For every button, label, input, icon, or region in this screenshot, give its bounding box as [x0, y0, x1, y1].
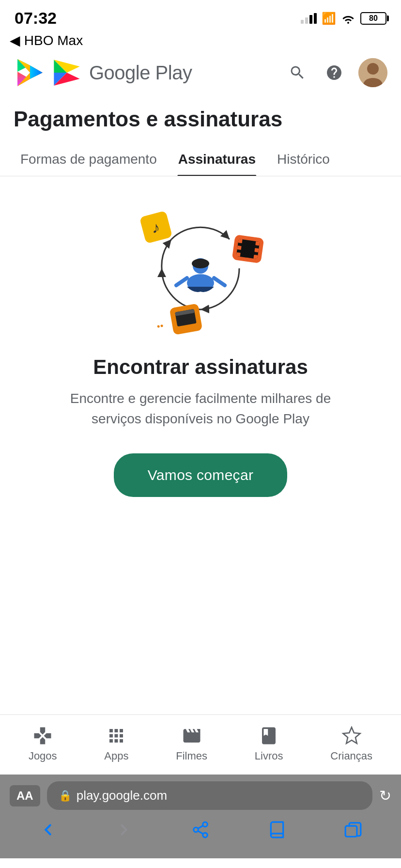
wifi-icon: 📶 [322, 12, 336, 25]
gamepad-icon [32, 726, 53, 746]
battery-icon: 80 [360, 12, 386, 25]
bookmarks-button[interactable] [263, 816, 291, 844]
nav-item-books[interactable]: Livros [245, 724, 293, 764]
help-icon [325, 64, 343, 81]
app-header: Google Play [0, 48, 401, 97]
browser-bar: AA 🔒 play.google.com ↻ [0, 775, 401, 817]
url-bar[interactable]: 🔒 play.google.com [47, 781, 372, 810]
nav-label-kids: Crianças [330, 750, 372, 762]
wifi-icon [341, 13, 355, 24]
bookmarks-icon [268, 821, 286, 839]
tab-payment[interactable]: Formas de pagamento [10, 142, 168, 176]
url-text: play.google.com [77, 788, 167, 803]
avatar-icon [358, 58, 387, 87]
google-play-logo-icon [51, 57, 82, 88]
signal-icon [301, 13, 317, 24]
svg-rect-15 [238, 239, 243, 243]
nav-label-movies: Filmes [176, 750, 207, 762]
nav-item-kids[interactable]: Crianças [321, 724, 382, 764]
svg-marker-3 [30, 65, 43, 79]
svg-rect-26 [345, 826, 357, 837]
forward-arrow-icon [115, 821, 133, 839]
status-bar: 07:32 📶 80 [0, 0, 401, 31]
svg-text:♪: ♪ [152, 219, 160, 236]
text-size-button[interactable]: AA [10, 785, 40, 806]
page-title-section: Pagamentos e assinaturas [0, 97, 401, 137]
svg-point-10 [192, 259, 209, 268]
back-nav[interactable]: ◀ HBO Max [0, 31, 401, 48]
help-button[interactable] [322, 60, 347, 85]
search-icon [289, 64, 306, 81]
header-actions [285, 58, 387, 87]
svg-rect-19 [254, 248, 259, 252]
avatar[interactable] [358, 58, 387, 87]
tab-subscriptions[interactable]: Assinaturas [168, 142, 266, 176]
svg-rect-17 [236, 252, 241, 257]
svg-rect-18 [255, 241, 260, 246]
nav-item-apps[interactable]: Apps [94, 724, 138, 764]
film-icon [182, 726, 202, 746]
reload-button[interactable]: ↻ [379, 787, 391, 804]
back-arrow-icon [39, 821, 57, 839]
tabs-bar: Formas de pagamento Assinaturas Históric… [0, 142, 401, 176]
safari-toolbar [0, 811, 401, 858]
home-indicator [152, 861, 249, 864]
main-content: ♪ Encontrar [0, 176, 401, 516]
bottom-nav: Jogos Apps Filmes Livros Crianças [0, 714, 401, 771]
star-icon [341, 726, 362, 746]
apps-icon [106, 726, 126, 746]
app-logo: Google Play [14, 57, 285, 88]
back-button[interactable] [34, 816, 62, 844]
search-button[interactable] [285, 60, 310, 85]
forward-button[interactable] [110, 816, 138, 844]
cta-description: Encontre e gerencie facilmente milhares … [46, 388, 355, 429]
page-title: Pagamentos e assinaturas [14, 107, 387, 132]
book-icon [259, 726, 279, 746]
nav-label-apps: Apps [104, 750, 128, 762]
get-started-button[interactable]: Vamos começar [114, 453, 287, 497]
illustration-svg: ♪ [123, 201, 278, 336]
tabs-button[interactable] [339, 816, 367, 844]
tabs-icon [344, 821, 362, 839]
svg-rect-20 [253, 255, 258, 259]
nav-label-games: Jogos [29, 750, 57, 762]
tab-history[interactable]: Histórico [266, 142, 340, 176]
nav-label-books: Livros [255, 750, 283, 762]
share-icon [191, 821, 210, 839]
nav-item-games[interactable]: Jogos [19, 724, 67, 764]
status-time: 07:32 [15, 9, 57, 28]
svg-point-24 [157, 325, 160, 328]
subscriptions-illustration: ♪ [123, 201, 278, 336]
nav-item-movies[interactable]: Filmes [166, 724, 217, 764]
cta-title: Encontrar assinaturas [93, 356, 308, 379]
svg-point-5 [367, 63, 379, 75]
google-play-logo-icon [14, 57, 45, 88]
app-name: Google Play [89, 62, 192, 84]
lock-icon: 🔒 [59, 790, 72, 802]
status-icons: 📶 80 [301, 12, 386, 25]
svg-point-25 [160, 325, 163, 327]
svg-rect-16 [237, 246, 242, 250]
share-button[interactable] [186, 816, 215, 844]
